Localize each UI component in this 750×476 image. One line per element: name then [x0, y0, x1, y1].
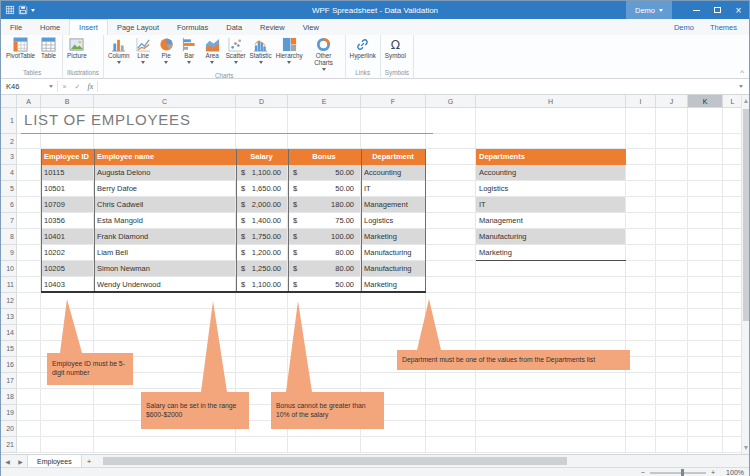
row-header-8[interactable]: 8: [1, 229, 17, 245]
cell-H4[interactable]: Accounting: [476, 165, 626, 181]
cell-A5[interactable]: [17, 181, 41, 197]
cell-C13[interactable]: [94, 309, 236, 325]
cell-J21[interactable]: [656, 437, 688, 453]
cell-I12[interactable]: [626, 293, 656, 309]
cell-B19[interactable]: [41, 405, 94, 421]
cell-B10[interactable]: 10205: [41, 261, 94, 277]
scroll-up-icon[interactable]: [744, 99, 748, 103]
menu-tab-data[interactable]: Data: [217, 19, 251, 35]
cell-L19[interactable]: [723, 405, 743, 421]
cell-L1[interactable]: [723, 108, 743, 134]
cell-A16[interactable]: [17, 357, 41, 373]
cell-K9[interactable]: [688, 245, 723, 261]
cell-J17[interactable]: [656, 373, 688, 389]
cell-D4[interactable]: $1,100.00: [236, 165, 288, 181]
row-header-21[interactable]: 21: [1, 437, 17, 453]
vertical-scrollbar[interactable]: [741, 95, 749, 454]
cell-A14[interactable]: [17, 325, 41, 341]
cell-I5[interactable]: [626, 181, 656, 197]
cell-E21[interactable]: [288, 437, 361, 453]
cell-H2[interactable]: [476, 134, 626, 149]
row-header-15[interactable]: 15: [1, 341, 17, 357]
row-header-10[interactable]: 10: [1, 261, 17, 277]
cell-B3[interactable]: Employee ID: [41, 149, 94, 165]
cell-A8[interactable]: [17, 229, 41, 245]
cell-F1[interactable]: [361, 108, 426, 134]
ribbon-collapse-button[interactable]: ^: [740, 69, 744, 76]
row-header-13[interactable]: 13: [1, 309, 17, 325]
menu-tab-insert[interactable]: Insert: [69, 19, 108, 35]
zoom-slider[interactable]: [650, 472, 706, 474]
cell-I9[interactable]: [626, 245, 656, 261]
callout-3[interactable]: Bonus cannot be greater than 10% of the …: [271, 392, 384, 429]
cell-H14[interactable]: [476, 325, 626, 341]
cell-G13[interactable]: [426, 309, 476, 325]
cell-K17[interactable]: [688, 373, 723, 389]
cell-K11[interactable]: [688, 277, 723, 293]
column-header-d[interactable]: D: [236, 95, 288, 108]
row-header-16[interactable]: 16: [1, 357, 17, 373]
cell-L21[interactable]: [723, 437, 743, 453]
cell-A18[interactable]: [17, 389, 41, 405]
cell-J2[interactable]: [656, 134, 688, 149]
cell-L11[interactable]: [723, 277, 743, 293]
column-header-i[interactable]: I: [626, 95, 656, 108]
cell-A7[interactable]: [17, 213, 41, 229]
cell-E17[interactable]: [288, 373, 361, 389]
column-header-c[interactable]: C: [94, 95, 236, 108]
select-all-corner[interactable]: [1, 95, 17, 108]
cell-G10[interactable]: [426, 261, 476, 277]
cell-C9[interactable]: Liam Bell: [94, 245, 236, 261]
cell-C14[interactable]: [94, 325, 236, 341]
row-header-12[interactable]: 12: [1, 293, 17, 309]
cell-K18[interactable]: [688, 389, 723, 405]
column-header-b[interactable]: B: [41, 95, 94, 108]
cell-J8[interactable]: [656, 229, 688, 245]
cell-D7[interactable]: $1,400.00: [236, 213, 288, 229]
cell-A4[interactable]: [17, 165, 41, 181]
row-header-14[interactable]: 14: [1, 325, 17, 341]
cell-K6[interactable]: [688, 197, 723, 213]
cell-J9[interactable]: [656, 245, 688, 261]
cell-D9[interactable]: $1,200.00: [236, 245, 288, 261]
sheet-nav-next-button[interactable]: ▶: [14, 455, 27, 467]
cell-D8[interactable]: $1,750.00: [236, 229, 288, 245]
cell-G21[interactable]: [426, 437, 476, 453]
cell-J19[interactable]: [656, 405, 688, 421]
cell-K16[interactable]: [688, 357, 723, 373]
cell-D17[interactable]: [236, 373, 288, 389]
menu-link-demo[interactable]: Demo: [674, 23, 694, 32]
ribbon-button-picture[interactable]: Picture: [65, 36, 89, 60]
cell-E7[interactable]: $75.00: [288, 213, 361, 229]
cell-E16[interactable]: [288, 357, 361, 373]
cell-F8[interactable]: Marketing: [361, 229, 426, 245]
cell-D1[interactable]: [236, 108, 288, 134]
column-header-k[interactable]: K: [688, 95, 723, 108]
cell-L17[interactable]: [723, 373, 743, 389]
maximize-button[interactable]: [707, 1, 728, 19]
cell-H5[interactable]: Logistics: [476, 181, 626, 197]
cell-H12[interactable]: [476, 293, 626, 309]
cell-C6[interactable]: Chris Cadwell: [94, 197, 236, 213]
ribbon-button-other-charts[interactable]: Other Charts: [305, 36, 343, 71]
cell-C2[interactable]: [94, 134, 236, 149]
cell-H7[interactable]: Management: [476, 213, 626, 229]
cell-K7[interactable]: [688, 213, 723, 229]
column-header-h[interactable]: H: [476, 95, 626, 108]
cell-H6[interactable]: IT: [476, 197, 626, 213]
row-header-6[interactable]: 6: [1, 197, 17, 213]
cell-C3[interactable]: Employee name: [94, 149, 236, 165]
cell-B5[interactable]: 10501: [41, 181, 94, 197]
cell-D2[interactable]: [236, 134, 288, 149]
menu-tab-view[interactable]: View: [294, 19, 328, 35]
save-icon[interactable]: [18, 5, 28, 15]
cancel-formula-button[interactable]: ×: [58, 79, 71, 94]
cell-D5[interactable]: $1,650.00: [236, 181, 288, 197]
ribbon-button-column[interactable]: Column: [106, 36, 132, 64]
cell-K4[interactable]: [688, 165, 723, 181]
cell-B13[interactable]: [41, 309, 94, 325]
cell-C5[interactable]: Berry Dafoe: [94, 181, 236, 197]
expand-formula-bar-button[interactable]: [733, 79, 749, 94]
cell-B9[interactable]: 10202: [41, 245, 94, 261]
cell-L13[interactable]: [723, 309, 743, 325]
